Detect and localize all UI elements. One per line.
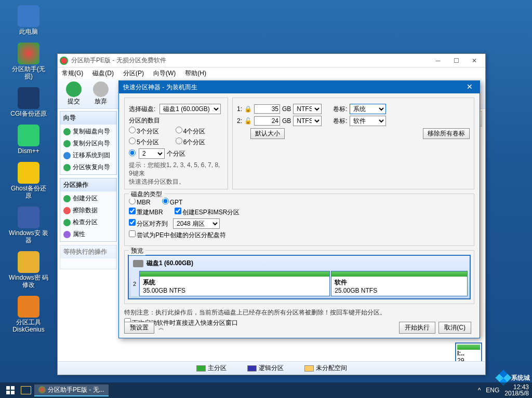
svg-rect-3	[11, 391, 15, 394]
window-title: 分区助手PE版 - 无损分区免费软件	[71, 56, 429, 65]
sidebar-item[interactable]: 擦除数据	[61, 204, 115, 216]
preview-fieldset: 预览 磁盘1 (60.00GB) 2 系统35.00GB NTFS 软件25.0…	[124, 250, 474, 304]
desktop-icon[interactable]: CGI备份还原	[5, 87, 52, 117]
align-select[interactable]: 2048 扇区	[173, 218, 220, 229]
sidebar-item[interactable]: 复制磁盘向导	[61, 126, 115, 138]
tray-up-icon[interactable]: ^	[478, 387, 481, 394]
radio-6[interactable]: 6个分区	[176, 138, 206, 147]
desktop-icon[interactable]: Windows安 装器	[5, 207, 52, 244]
menu-wizard[interactable]: 向导(W)	[153, 69, 176, 78]
sidebar-item[interactable]: 创建分区	[61, 193, 115, 204]
taskview-icon[interactable]	[21, 386, 31, 394]
legend-primary: 主分区	[208, 364, 227, 373]
svg-rect-2	[6, 391, 10, 394]
custom-count-select[interactable]: 2	[139, 148, 165, 159]
panel-header: 等待执行的操作	[60, 245, 116, 258]
menu-disk[interactable]: 磁盘(D)	[92, 69, 114, 78]
dialog-buttons: 预设置︽ 开始执行 取消(C)	[124, 322, 474, 334]
desktop-icon[interactable]: Windows密 码修改	[5, 251, 52, 289]
legend-unalloc: 未分配空间	[316, 364, 347, 373]
sidebar-item[interactable]: 检查分区	[61, 216, 115, 228]
legend-logical: 逻辑分区	[259, 364, 284, 373]
panel-header: 向导	[60, 112, 116, 125]
check-esp-msr[interactable]: 创建ESP和MSR分区	[175, 208, 240, 217]
preview-part-2[interactable]: 软件25.00GB NTFS	[331, 271, 468, 296]
hint-text: 提示：您能按1, 2, 3, 4, 5, 6, 7, 8, 9键来 快速选择分区…	[129, 161, 223, 186]
sidebar-item[interactable]: 复制分区向导	[61, 138, 115, 149]
radio-3[interactable]: 3个分区	[129, 127, 159, 136]
sidebar-item[interactable]: 迁移系统到固	[61, 149, 115, 161]
menu-partition[interactable]: 分区(P)	[123, 69, 144, 78]
start-button[interactable]: 开始执行	[399, 322, 435, 334]
vol-2-select[interactable]: 软件	[350, 116, 386, 126]
titlebar: 分区助手PE版 - 无损分区免费软件 ─ ☐ ✕	[58, 54, 485, 67]
select-disk-label: 选择磁盘:	[129, 105, 155, 114]
preview-part-1[interactable]: 系统35.00GB NTFS	[139, 271, 330, 296]
menu-help[interactable]: 帮助(H)	[185, 69, 206, 78]
clear-labels-button[interactable]: 移除所有卷标	[423, 128, 470, 139]
disk-type-fieldset: 磁盘的类型 MBR GPT 重建MBR 创建ESP和MSR分区 分区对齐到 20…	[124, 194, 474, 246]
minimize-button[interactable]: ─	[429, 55, 447, 66]
sidebar-item[interactable]: 分区恢复向导	[61, 161, 115, 173]
check-align[interactable]: 分区对齐到	[129, 219, 168, 228]
quick-partition-dialog: 快速分区神器 - 为装机而生 ✕ 选择磁盘: 磁盘1 (60.00GB) 分区的…	[118, 80, 480, 338]
sidebar-item[interactable]: 属性	[61, 228, 115, 240]
menu-general[interactable]: 常规(G)	[62, 69, 83, 78]
check-rebuild-mbr[interactable]: 重建MBR	[129, 208, 163, 217]
disk-icon	[133, 260, 143, 267]
dialog-titlebar: 快速分区神器 - 为装机而生 ✕	[119, 81, 480, 93]
radio-mbr[interactable]: MBR	[129, 198, 151, 206]
warning-text: 特别注意：执行此操作后，当前所选磁盘上已经存在的所有分区将被删除！按回车键开始分…	[124, 308, 474, 317]
fs-1-select[interactable]: NTFS	[293, 104, 322, 114]
ops-panel: 分区操作 创建分区 擦除数据 检查分区 属性	[60, 178, 117, 242]
count-title: 分区的数目	[129, 116, 223, 125]
app-icon	[60, 57, 68, 65]
radio-custom[interactable]	[129, 149, 137, 158]
desktop-icon[interactable]: 分区助手(无 损)	[5, 43, 52, 80]
size-1-input[interactable]	[254, 104, 280, 114]
radio-gpt[interactable]: GPT	[162, 198, 183, 206]
cancel-button[interactable]: 取消(C)	[438, 322, 471, 334]
wizard-panel: 向导 复制磁盘向导 复制分区向导 迁移系统到固 分区恢复向导	[60, 111, 117, 175]
right-fieldset: 1: 🔒 GB NTFS 卷标: 系统 2: 🔓 GB NTFS 卷标: 软件	[232, 98, 474, 189]
desktop-icon[interactable]: Ghost备份还 原	[5, 162, 52, 199]
statusbar: 主分区 逻辑分区 未分配空间	[58, 361, 485, 375]
ime-lang[interactable]: ENG	[486, 387, 499, 394]
radio-5[interactable]: 5个分区	[129, 138, 159, 147]
pending-panel: 等待执行的操作	[60, 245, 117, 269]
sidebar: 向导 复制磁盘向导 复制分区向导 迁移系统到固 分区恢复向导 分区操作 创建分区…	[60, 111, 117, 272]
fs-2-select[interactable]: NTFS	[293, 116, 322, 126]
svg-rect-1	[11, 386, 15, 390]
taskbar: 分区助手PE版 - 无... ^ ENG 12:43 2018/5/8	[0, 382, 532, 398]
svg-rect-0	[6, 386, 10, 390]
dialog-title: 快速分区神器 - 为装机而生	[123, 83, 464, 92]
chevron-icon: ︽	[158, 324, 164, 332]
panel-header: 分区操作	[60, 179, 116, 191]
dialog-close-button[interactable]: ✕	[464, 83, 475, 92]
taskbar-app[interactable]: 分区助手PE版 - 无...	[34, 385, 109, 396]
start-button[interactable]	[3, 384, 18, 396]
default-size-button[interactable]: 默认大小	[250, 128, 285, 139]
radio-4[interactable]: 4个分区	[176, 127, 206, 136]
lock-icon[interactable]: 🔓	[244, 117, 252, 125]
desktop-icon[interactable]: 此电脑	[5, 5, 52, 35]
watermark: 系统城	[498, 372, 530, 383]
check-pe-assign[interactable]: 尝试为PE中创建的分区分配盘符	[129, 230, 226, 240]
lock-icon[interactable]: 🔒	[244, 105, 252, 113]
clock-date[interactable]: 2018/5/8	[504, 390, 529, 396]
size-2-input[interactable]	[254, 116, 280, 126]
disk-select[interactable]: 磁盘1 (60.00GB)	[159, 104, 221, 114]
desktop-icon[interactable]: Dism++	[5, 125, 52, 155]
maximize-button[interactable]: ☐	[447, 55, 465, 66]
close-button[interactable]: ✕	[466, 55, 483, 66]
vol-1-select[interactable]: 系统	[350, 104, 386, 114]
preset-button[interactable]: 预设置	[124, 322, 154, 334]
commit-button[interactable]: 提交	[63, 80, 85, 107]
desktop-icon[interactable]: 分区工具 DiskGenius	[5, 296, 52, 333]
desktop-icons: 此电脑 分区助手(无 损) CGI备份还原 Dism++ Ghost备份还 原 …	[5, 5, 52, 340]
disk-preview: 磁盘1 (60.00GB) 2 系统35.00GB NTFS 软件25.00GB…	[128, 255, 471, 299]
menubar: 常规(G) 磁盘(D) 分区(P) 向导(W) 帮助(H)	[58, 67, 485, 79]
discard-button[interactable]: 放弃	[90, 80, 112, 107]
left-fieldset: 选择磁盘: 磁盘1 (60.00GB) 分区的数目 3个分区 4个分区 5个分区…	[124, 98, 228, 189]
